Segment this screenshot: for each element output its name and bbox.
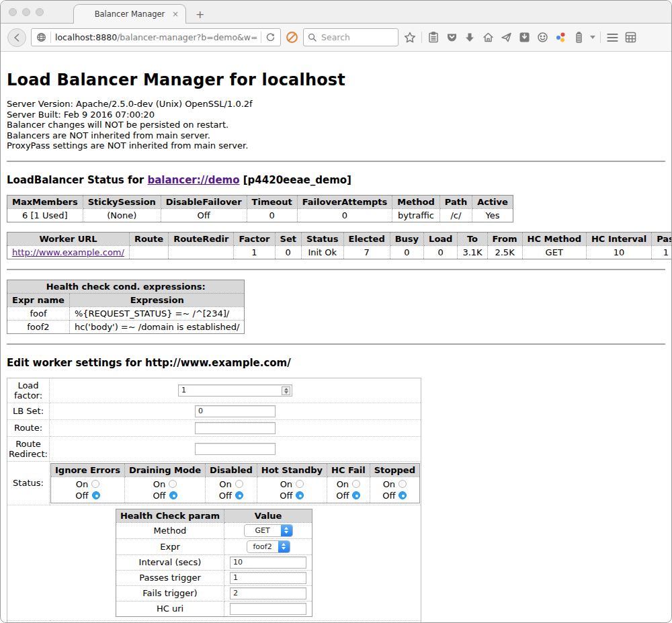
menu-button[interactable]: [605, 31, 619, 44]
method-label: Method: [116, 522, 224, 538]
stopped-on-radio[interactable]: [398, 480, 407, 488]
val-timeout: 0: [247, 208, 297, 222]
hc-fail-off-radio[interactable]: [352, 491, 360, 499]
col-passes: Passes: [652, 232, 672, 245]
window-controls[interactable]: [9, 8, 44, 16]
block-icon[interactable]: [286, 31, 298, 44]
send-button[interactable]: [499, 31, 513, 44]
tab-close-icon[interactable]: ×: [172, 9, 179, 19]
val-passes: 1 (0): [652, 245, 672, 259]
clipboard-icon: [428, 32, 439, 43]
col-draining-mode: Draining Mode: [124, 463, 205, 476]
col-expression: Expression: [69, 293, 245, 306]
tab-balancer-manager[interactable]: Balancer Manager ×: [73, 4, 186, 24]
url-bar[interactable]: localhost:8880/balancer-manager?b=demo&w…: [31, 28, 281, 46]
number-spinner-icon[interactable]: [282, 386, 290, 395]
search-icon: [308, 33, 317, 42]
stopped-off-radio[interactable]: [398, 491, 407, 499]
on-label: On: [337, 479, 349, 490]
lb-set-input[interactable]: [195, 405, 276, 417]
pocket-button[interactable]: [445, 31, 458, 44]
on-label: On: [153, 479, 165, 490]
hc-expressions-table: Health check cond. expressions: Expr nam…: [7, 280, 245, 334]
fails-input[interactable]: [230, 587, 306, 599]
on-label: On: [383, 479, 395, 490]
col-busy: Busy: [390, 232, 423, 245]
interval-input[interactable]: [230, 556, 306, 569]
val-path: /c/: [439, 208, 472, 222]
worker-url-link[interactable]: http://www.example.com/: [12, 247, 124, 257]
interval-label: Interval (secs): [116, 554, 224, 570]
url-text[interactable]: localhost:8880/balancer-manager?b=demo&w…: [55, 32, 257, 42]
home-button[interactable]: [481, 31, 495, 44]
expr-label: Expr: [116, 538, 224, 554]
col-to: To: [458, 232, 487, 245]
disabled-on-radio[interactable]: [235, 480, 243, 488]
downloads-button[interactable]: [463, 31, 476, 44]
col-set: Set: [275, 232, 301, 245]
apps-grid-button[interactable]: [624, 31, 637, 44]
route-label: Route:: [7, 419, 50, 436]
balancer-demo-link[interactable]: balancer://demo: [147, 174, 239, 186]
load-factor-input[interactable]: [178, 384, 292, 397]
extension-download-button[interactable]: [517, 31, 531, 44]
back-button[interactable]: [7, 28, 26, 47]
hc-fail-on-radio[interactable]: [352, 480, 360, 488]
col-stickysession: StickySession: [83, 195, 161, 208]
worker-header-row: Worker URL Route RouteRedir Factor Set S…: [7, 232, 672, 245]
val-stickysession: (None): [83, 208, 161, 222]
col-value: Value: [224, 509, 312, 522]
reading-list-button[interactable]: [427, 31, 440, 44]
search-input[interactable]: [320, 32, 387, 43]
close-window-button[interactable]: [9, 8, 17, 16]
ignore-errors-on-radio[interactable]: [91, 480, 99, 488]
hc-uri-label: HC uri: [116, 601, 224, 616]
colored-dots-button[interactable]: [554, 31, 567, 44]
method-select[interactable]: GET: [244, 524, 293, 537]
col-elected: Elected: [343, 232, 390, 245]
zoom-window-button[interactable]: [36, 8, 44, 16]
hc-uri-input[interactable]: [230, 603, 306, 615]
disabled-off-radio[interactable]: [235, 491, 243, 499]
expr-selected-value: foof2: [247, 541, 278, 552]
server-info: Server Version: Apache/2.5.0-dev (Unix) …: [7, 99, 665, 151]
status-ignore-errors-group: On Off: [51, 476, 125, 503]
col-hc-method: HC Method: [522, 232, 586, 245]
col-disablefailover: DisableFailover: [161, 195, 247, 208]
bookmark-star-button[interactable]: [403, 31, 417, 44]
new-tab-button[interactable]: +: [196, 9, 204, 20]
browser-window: Balancer Manager × + localhost:8880/bala…: [0, 0, 672, 623]
url-host: localhost:8880: [55, 32, 117, 42]
hot-standby-off-radio[interactable]: [296, 491, 304, 499]
server-built-line: Server Built: Feb 9 2016 07:00:20: [7, 110, 665, 120]
route-redirect-input[interactable]: [195, 443, 276, 455]
tab-title: Balancer Manager: [95, 9, 165, 19]
reload-icon[interactable]: [265, 32, 276, 42]
hot-standby-on-radio[interactable]: [296, 480, 304, 488]
battery-button[interactable]: [572, 31, 585, 44]
expr-select[interactable]: foof2: [247, 540, 290, 553]
col-ignore-errors: Ignore Errors: [51, 463, 125, 476]
heading-suffix: [p4420eeae_demo]: [240, 174, 351, 186]
status-hot-standby-group: On Off: [257, 476, 327, 503]
off-label: Off: [382, 490, 395, 501]
passes-input[interactable]: [230, 572, 306, 584]
draining-mode-on-radio[interactable]: [169, 480, 177, 488]
val-factor: 1: [234, 245, 275, 259]
chat-button[interactable]: [536, 31, 549, 44]
col-failoverattempts: FailoverAttempts: [297, 195, 392, 208]
ignore-errors-off-radio[interactable]: [92, 491, 100, 499]
toolbar-divider: [421, 32, 422, 43]
col-active: Active: [472, 195, 513, 208]
draining-mode-off-radio[interactable]: [169, 491, 177, 499]
val-failoverattempts: 0: [297, 208, 392, 222]
section-divider: [7, 161, 665, 162]
col-stopped: Stopped: [370, 463, 419, 476]
minimize-window-button[interactable]: [22, 8, 30, 16]
on-label: On: [76, 479, 88, 490]
val-hc-method: GET: [522, 245, 586, 259]
route-input[interactable]: [195, 422, 276, 434]
status-hc-fail-group: On Off: [327, 476, 370, 503]
search-bar[interactable]: [303, 28, 398, 46]
caret-down-icon[interactable]: [590, 36, 595, 39]
